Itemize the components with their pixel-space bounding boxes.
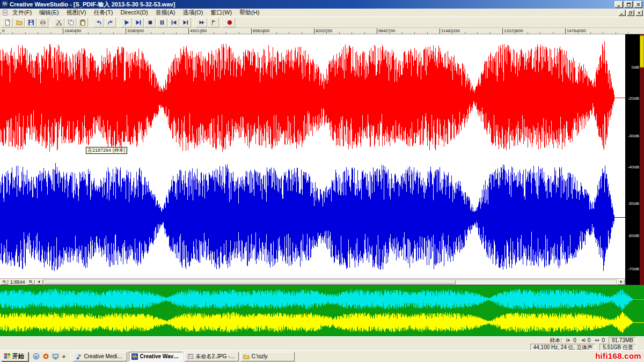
- ruler-mark-5: 8202250: [314, 28, 332, 34]
- taskbar-task-0-label: Creative MediaSource: [84, 353, 125, 359]
- taskbar-divider: [70, 352, 71, 361]
- toolbar-pause-button[interactable]: [156, 18, 167, 27]
- start-label: 开始: [12, 352, 24, 360]
- overview-canvas[interactable]: [0, 285, 644, 336]
- toolbar-separator: [118, 18, 119, 26]
- mdi-restore-button[interactable]: [627, 10, 634, 16]
- db-label-0: 0dB: [632, 65, 639, 70]
- selection-start-value: 0: [573, 337, 576, 343]
- vertical-scrollbar[interactable]: [640, 34, 644, 285]
- menubar-item-1[interactable]: 编辑(E): [35, 9, 63, 17]
- toolbar-save-button[interactable]: [25, 18, 36, 27]
- status-row-samples: 样本: 0 0 0 91.73MB: [0, 337, 644, 344]
- db-label-1: -20dB: [628, 97, 639, 101]
- taskbar: 开始 e» Creative MediaSourceCreative WaveS…: [0, 350, 644, 362]
- svg-text:e: e: [34, 353, 38, 359]
- menubar-item-5[interactable]: 音频(A): [152, 9, 179, 17]
- position-tooltip: 左2187264 (样本): [86, 147, 127, 154]
- show-desktop-icon[interactable]: [52, 352, 60, 360]
- toolbar-open-button[interactable]: [13, 18, 25, 27]
- toolbar-fast-forward-button[interactable]: [196, 18, 207, 27]
- start-button[interactable]: 开始: [1, 352, 28, 361]
- internet-explorer-icon[interactable]: e: [32, 352, 40, 360]
- menubar-item-0[interactable]: 文件(F): [9, 9, 35, 17]
- toolbar-undo-button[interactable]: [93, 18, 104, 27]
- taskbar-task-1[interactable]: Creative WaveStudio...: [129, 352, 183, 361]
- toolbar-print-button[interactable]: [37, 18, 48, 27]
- ruler-mark-7: 11483150: [440, 28, 460, 34]
- ruler-mark-0: 0: [1, 28, 4, 34]
- maximize-button[interactable]: [624, 1, 633, 8]
- windows-flag-icon: [4, 352, 11, 360]
- waveform-view[interactable]: 左2187264 (样本) 0dB-20dB-30dB-40dB-50dB-60…: [0, 34, 644, 285]
- toolbar-skip-end-button[interactable]: [180, 18, 191, 27]
- toolbar-separator: [221, 18, 222, 26]
- ruler-mark-8: 13123600: [502, 28, 523, 34]
- quicklaunch-overflow-chevron[interactable]: »: [61, 353, 67, 359]
- selection-length-icon: [594, 337, 601, 344]
- overview-panel[interactable]: [0, 285, 644, 336]
- toolbar-redo-button[interactable]: [105, 18, 116, 27]
- toolbar-play-button[interactable]: [121, 18, 132, 27]
- zoom-ratio: 1:8544: [9, 279, 27, 285]
- scroll-right-button[interactable]: [617, 279, 625, 285]
- selection-start-icon: [566, 337, 572, 344]
- toolbar-play-all-button[interactable]: [133, 18, 144, 27]
- mdi-close-button[interactable]: [635, 10, 643, 16]
- selection-end-value: 0: [588, 337, 591, 343]
- waveform-canvas[interactable]: [0, 34, 625, 278]
- taskbar-task-2[interactable]: 未命名2.JPG - 画图: [185, 352, 239, 361]
- minimize-button[interactable]: [614, 1, 623, 8]
- app-icon: [2, 1, 8, 8]
- toolbar-copy-button[interactable]: [65, 18, 76, 27]
- selection-start-readout: 0: [566, 337, 576, 344]
- taskbar-task-0[interactable]: Creative MediaSource: [73, 352, 127, 361]
- selection-length-readout: 0: [594, 337, 605, 344]
- document-icon[interactable]: [1, 10, 9, 16]
- watermark: hifi168.com: [595, 351, 641, 360]
- toolbar-cut-button[interactable]: [53, 18, 64, 27]
- media-player-icon[interactable]: [42, 352, 50, 360]
- selection-end-icon: [580, 337, 587, 344]
- taskbar-task-3-label: C:\szly: [252, 353, 268, 359]
- db-label-4: -50dB: [628, 202, 639, 206]
- taskbar-task-1-label: Creative WaveStudio...: [140, 353, 180, 359]
- taskbar-task-2-icon: [187, 353, 194, 360]
- ruler-mark-9: 14764050: [565, 28, 586, 34]
- zoom-out-button[interactable]: [1, 279, 8, 285]
- selection-length-value: 0: [602, 337, 605, 343]
- menubar-item-4[interactable]: DirectX(D): [116, 9, 151, 17]
- ruler-mark-6: 9842700: [377, 28, 395, 34]
- window-caption-buttons: [614, 1, 642, 8]
- horizontal-scrollbar-thumb[interactable]: [44, 280, 456, 284]
- toolbar-record-button[interactable]: [224, 18, 235, 27]
- db-scale: 0dB-20dB-30dB-40dB-50dB-60dB-70dB: [625, 34, 640, 285]
- menubar-item-6[interactable]: 选项(O): [179, 9, 207, 17]
- menubar-item-2[interactable]: 视图(V): [63, 9, 90, 17]
- horizontal-scrollbar[interactable]: [43, 279, 617, 285]
- menu-items: 文件(F)编辑(E)视图(V)任务(T)DirectX(D)音频(A)选项(O)…: [9, 9, 618, 17]
- ruler-mark-3: 4921350: [188, 28, 207, 34]
- menubar-item-3[interactable]: 任务(T): [90, 9, 116, 17]
- toolbar-marker-button[interactable]: [208, 18, 219, 27]
- taskbar-task-2-label: 未命名2.JPG - 画图: [196, 353, 236, 360]
- vertical-scrollbar-thumb[interactable]: [640, 35, 644, 68]
- scroll-left-button[interactable]: [35, 279, 43, 285]
- taskbar-task-3-icon: [243, 353, 250, 360]
- menubar-item-7[interactable]: 窗口(W): [207, 9, 236, 17]
- ruler-mark-4: 6561800: [251, 28, 269, 34]
- menubar-item-8[interactable]: 帮助(H): [236, 9, 263, 17]
- db-label-2: -30dB: [628, 134, 639, 138]
- memory-usage: 91.73MB: [609, 337, 636, 344]
- timeline-ruler[interactable]: 0164045032809004921350656180082022509842…: [0, 28, 644, 34]
- close-button[interactable]: [634, 1, 642, 8]
- toolbar-new-button[interactable]: [2, 18, 13, 27]
- zoom-in-button[interactable]: [27, 279, 35, 285]
- mdi-minimize-button[interactable]: [618, 10, 626, 16]
- toolbar-paste-button[interactable]: [77, 18, 88, 27]
- taskbar-task-3[interactable]: C:\szly: [240, 352, 295, 361]
- titlebar[interactable]: Creative WaveStudio - [S_PDIF-输入 2013-5-…: [0, 0, 644, 9]
- db-label-3: -40dB: [628, 165, 639, 169]
- toolbar-skip-start-button[interactable]: [168, 18, 179, 27]
- toolbar-stop-button[interactable]: [144, 18, 156, 27]
